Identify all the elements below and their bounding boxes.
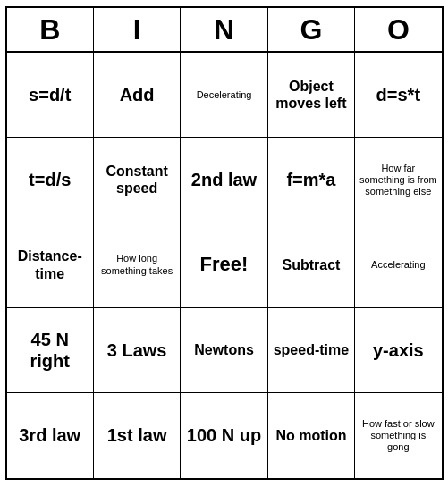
cell-1-2[interactable]: 2nd law xyxy=(181,138,267,222)
cell-3-2[interactable]: Newtons xyxy=(181,308,267,393)
cell-4-2[interactable]: 100 N up xyxy=(181,393,267,478)
header-n: N xyxy=(181,8,267,53)
row-3: 45 N right3 LawsNewtonsspeed-timey-axis xyxy=(7,308,442,393)
cell-0-3[interactable]: Object moves left xyxy=(268,53,355,138)
row-2: Distance-timeHow long something takesFre… xyxy=(7,222,442,307)
cell-2-2[interactable]: Free! xyxy=(181,222,267,307)
cell-4-4[interactable]: How fast or slow something is gong xyxy=(355,393,441,478)
cell-4-1[interactable]: 1st law xyxy=(94,393,181,478)
cell-4-0[interactable]: 3rd law xyxy=(7,393,94,478)
cell-2-0[interactable]: Distance-time xyxy=(7,222,94,307)
row-4: 3rd law1st law100 N upNo motionHow fast … xyxy=(7,393,442,478)
cell-0-0[interactable]: s=d/t xyxy=(7,53,94,138)
cell-1-1[interactable]: Constant speed xyxy=(94,138,181,222)
header-i: I xyxy=(94,8,181,53)
cell-0-1[interactable]: Add xyxy=(94,53,181,138)
header-o: O xyxy=(355,8,441,53)
cell-3-1[interactable]: 3 Laws xyxy=(94,308,181,393)
bingo-grid: s=d/tAddDeceleratingObject moves leftd=s… xyxy=(7,53,442,478)
bingo-header: B I N G O xyxy=(7,8,442,53)
cell-1-3[interactable]: f=m*a xyxy=(268,138,355,222)
cell-1-0[interactable]: t=d/s xyxy=(7,138,94,222)
cell-2-1[interactable]: How long something takes xyxy=(94,222,181,307)
row-0: s=d/tAddDeceleratingObject moves leftd=s… xyxy=(7,53,442,138)
row-1: t=d/sConstant speed2nd lawf=m*aHow far s… xyxy=(7,138,442,222)
header-b: B xyxy=(7,8,94,53)
bingo-board: B I N G O s=d/tAddDeceleratingObject mov… xyxy=(5,6,444,480)
cell-3-4[interactable]: y-axis xyxy=(355,308,441,393)
cell-2-4[interactable]: Accelerating xyxy=(355,222,441,307)
cell-0-2[interactable]: Decelerating xyxy=(181,53,267,138)
cell-4-3[interactable]: No motion xyxy=(268,393,355,478)
cell-1-4[interactable]: How far something is from something else xyxy=(355,138,441,222)
cell-2-3[interactable]: Subtract xyxy=(268,222,355,307)
cell-3-3[interactable]: speed-time xyxy=(268,308,355,393)
cell-3-0[interactable]: 45 N right xyxy=(7,308,94,393)
cell-0-4[interactable]: d=s*t xyxy=(355,53,441,138)
header-g: G xyxy=(268,8,355,53)
